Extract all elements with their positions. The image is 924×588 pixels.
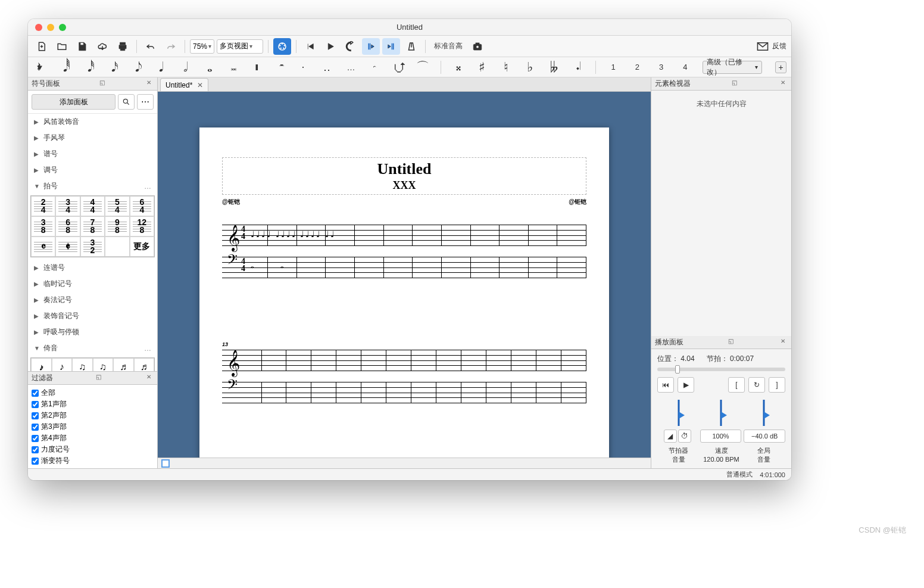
double-dot-button[interactable]: ‥ bbox=[320, 61, 333, 74]
duration-breve[interactable]: 𝅜 bbox=[224, 62, 238, 73]
play-button[interactable] bbox=[321, 38, 339, 55]
playback-slider[interactable] bbox=[657, 368, 785, 371]
palette-item[interactable]: ▶调号 bbox=[28, 162, 157, 178]
master-volume-dial[interactable] bbox=[755, 400, 773, 426]
duration-half[interactable]: 𝅗𝅥 bbox=[177, 60, 190, 75]
voice-2[interactable]: 2 bbox=[630, 63, 644, 71]
tempo-percentage[interactable]: 100% bbox=[700, 430, 742, 443]
timesig-more[interactable]: 更多 bbox=[130, 237, 154, 257]
double-sharp-button[interactable]: 𝄪 bbox=[451, 61, 464, 73]
timesig-cut[interactable]: 𝄵 bbox=[55, 237, 80, 257]
timesig-9-8[interactable]: 98 bbox=[105, 216, 129, 237]
filter-item[interactable]: 第2声部 bbox=[32, 410, 154, 421]
palette-close-button[interactable]: ✕ bbox=[144, 79, 154, 89]
palette-item[interactable]: ▶呼吸与停顿 bbox=[28, 324, 157, 340]
score-subtitle[interactable]: XXX bbox=[223, 179, 586, 192]
palette-search-button[interactable] bbox=[118, 94, 135, 110]
grace-3[interactable]: ♫ bbox=[72, 358, 93, 371]
duration-16th[interactable]: 𝅘𝅥𝅯 bbox=[105, 60, 118, 75]
count-in-button[interactable]: ⏱ bbox=[678, 430, 691, 443]
playback-close-button[interactable]: ✕ bbox=[778, 338, 788, 347]
voice-4[interactable]: 4 bbox=[679, 63, 692, 71]
redo-button[interactable] bbox=[162, 38, 180, 55]
save-button[interactable] bbox=[73, 38, 91, 55]
timesig-2-4[interactable]: 24 bbox=[31, 196, 55, 216]
rest-button[interactable]: 𝄼 bbox=[273, 60, 286, 75]
palette-item-expanded[interactable]: ▼拍号… bbox=[28, 178, 157, 194]
undo-button[interactable] bbox=[142, 38, 160, 55]
inspector-undock-button[interactable]: ◱ bbox=[730, 79, 739, 89]
grace-4[interactable]: ♫ bbox=[93, 358, 114, 371]
filter-item[interactable]: 全部 bbox=[32, 387, 154, 399]
playback-undock-button[interactable]: ◱ bbox=[726, 338, 736, 347]
loop-start-button[interactable]: [ bbox=[728, 377, 745, 393]
duration-quarter[interactable]: 𝅘𝅥 bbox=[152, 60, 166, 75]
palette-item-expanded[interactable]: ▼倚音… bbox=[28, 340, 157, 356]
voice-3[interactable]: 3 bbox=[654, 63, 667, 71]
timesig-4-4[interactable]: 44 bbox=[80, 196, 105, 216]
screenshot-button[interactable] bbox=[469, 38, 486, 55]
sharp-button[interactable]: ♯ bbox=[476, 60, 489, 75]
slur-button[interactable]: ⌒ bbox=[416, 58, 429, 76]
filter-close-button[interactable]: ✕ bbox=[144, 374, 154, 383]
duration-32nd[interactable]: 𝅘𝅥𝅰 bbox=[81, 60, 94, 75]
grace-6[interactable]: ♬ bbox=[134, 358, 155, 371]
timesig-empty[interactable] bbox=[105, 237, 129, 257]
score-page[interactable]: Untitled XXX @钜铠 @钜铠 𝄞 44 ♩♩♩♩ ♩♩♩♩ ♩♩♩♩… bbox=[199, 127, 609, 458]
credit-left[interactable]: @钜铠 bbox=[222, 198, 240, 206]
tab-close-button[interactable]: ✕ bbox=[197, 81, 203, 89]
palette-item[interactable]: ▶风笛装饰音 bbox=[28, 114, 157, 130]
fullscreen-window-button[interactable] bbox=[59, 24, 66, 31]
loop-button[interactable] bbox=[342, 38, 360, 55]
tempo-dial[interactable] bbox=[712, 400, 730, 426]
grace-5[interactable]: ♬ bbox=[113, 358, 134, 371]
natural-button[interactable]: ♮ bbox=[500, 60, 513, 75]
bass-staff[interactable]: 𝄢 bbox=[222, 382, 586, 403]
filter-item[interactable]: 第4声部 bbox=[32, 433, 154, 444]
title-frame[interactable]: Untitled XXX bbox=[222, 157, 586, 195]
new-file-button[interactable] bbox=[33, 38, 51, 55]
flat-button[interactable]: ♭ bbox=[523, 60, 536, 75]
zoom-select[interactable]: 75%▾ bbox=[190, 39, 214, 54]
filter-item[interactable]: 力度记号 bbox=[32, 444, 154, 455]
close-window-button[interactable] bbox=[35, 24, 42, 31]
print-button[interactable] bbox=[114, 38, 132, 55]
rewind-button[interactable] bbox=[301, 38, 319, 55]
filter-item[interactable]: 第3声部 bbox=[32, 421, 154, 433]
treble-staff[interactable]: 𝄞 44 ♩♩♩♩ ♩♩♩♩ ♩♩♩♩ ♩♩ bbox=[222, 225, 586, 246]
filter-item[interactable]: 第1声部 bbox=[32, 399, 154, 410]
timesig-3-8[interactable]: 38 bbox=[31, 216, 55, 237]
timesig-7-8[interactable]: 78 bbox=[80, 216, 105, 237]
bass-staff[interactable]: 𝄢 44 𝅝 𝅝 bbox=[222, 257, 586, 278]
marcato-button[interactable]: 𝆺𝅥 bbox=[572, 60, 585, 75]
page-navigator[interactable] bbox=[158, 458, 651, 468]
inspector-close-button[interactable]: ✕ bbox=[778, 79, 788, 89]
duration-longa[interactable]: 𝅛 bbox=[248, 62, 261, 73]
view-mode-select[interactable]: 多页视图▾ bbox=[217, 39, 263, 54]
feedback-button[interactable]: 反馈 bbox=[757, 41, 786, 51]
playback-rewind-button[interactable]: ⏮ bbox=[657, 377, 674, 393]
voice-1[interactable]: 1 bbox=[607, 63, 620, 71]
double-flat-button[interactable]: 𝄫 bbox=[548, 60, 561, 75]
filter-undock-button[interactable]: ◱ bbox=[94, 374, 104, 383]
tie-button[interactable]: 𝆣 bbox=[369, 60, 382, 75]
palette-item[interactable]: ▶装饰音记号 bbox=[28, 308, 157, 324]
timesig-3-4[interactable]: 34 bbox=[55, 196, 80, 216]
add-palette-button[interactable]: 添加面板 bbox=[32, 94, 116, 110]
add-toolbar-button[interactable]: + bbox=[775, 61, 786, 73]
dot-button[interactable]: · bbox=[296, 61, 310, 73]
volume-db[interactable]: −40.0 dB bbox=[744, 430, 785, 443]
midi-input-button[interactable] bbox=[273, 38, 291, 55]
duration-8th[interactable]: 𝅘𝅥𝅮 bbox=[129, 60, 142, 75]
playback-play-button[interactable]: ▶ bbox=[678, 377, 694, 393]
metronome-icon-button[interactable]: ◢ bbox=[664, 430, 677, 443]
score-viewport[interactable]: Untitled XXX @钜铠 @钜铠 𝄞 44 ♩♩♩♩ ♩♩♩♩ ♩♩♩♩… bbox=[158, 92, 651, 458]
credit-right[interactable]: @钜铠 bbox=[569, 198, 586, 206]
palette-item[interactable]: ▶连谱号 bbox=[28, 260, 157, 276]
filter-item[interactable]: 渐变符号 bbox=[32, 455, 154, 466]
triple-dot-button[interactable]: … bbox=[344, 63, 357, 72]
loop-end-button[interactable]: ] bbox=[769, 377, 785, 393]
loop-in-button[interactable] bbox=[362, 38, 380, 55]
palette-item[interactable]: ▶谱号 bbox=[28, 146, 157, 162]
flip-button[interactable]: ⮍ bbox=[392, 60, 405, 75]
